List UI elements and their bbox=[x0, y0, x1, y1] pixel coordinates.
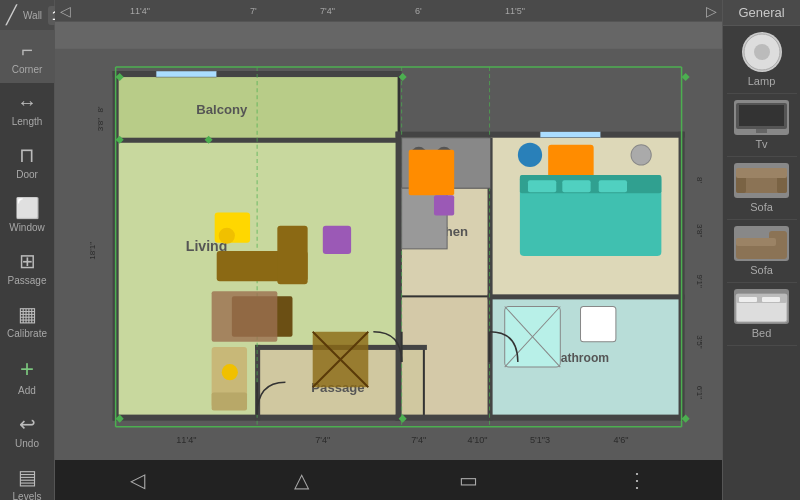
lamp-label: Lamp bbox=[748, 75, 776, 87]
svg-rect-15 bbox=[396, 415, 685, 421]
svg-rect-54 bbox=[562, 180, 590, 192]
tool-calibrate[interactable]: ▦ Calibrate bbox=[0, 294, 54, 347]
svg-rect-104 bbox=[739, 297, 757, 302]
svg-point-37 bbox=[222, 364, 238, 380]
furniture-sofa2[interactable]: Sofa bbox=[727, 220, 797, 283]
calibrate-label: Calibrate bbox=[7, 328, 47, 339]
sofa2-label: Sofa bbox=[750, 264, 773, 276]
floor-plan[interactable]: Balcony Living Kitchen Bedroom Passage B… bbox=[55, 22, 722, 500]
tv-preview bbox=[734, 100, 789, 135]
undo-icon: ↩ bbox=[19, 412, 36, 436]
wall-icon: ╱ bbox=[6, 4, 17, 26]
furniture-tv[interactable]: Tv bbox=[727, 94, 797, 157]
panel-header: General bbox=[723, 0, 800, 26]
corner-icon: ⌐ bbox=[21, 39, 33, 62]
tool-length[interactable]: ↔ Length bbox=[0, 83, 54, 135]
tv-label: Tv bbox=[755, 138, 767, 150]
home-button[interactable]: △ bbox=[274, 463, 329, 497]
svg-rect-98 bbox=[736, 168, 787, 178]
back-button[interactable]: ◁ bbox=[110, 463, 165, 497]
recent-button[interactable]: ▭ bbox=[439, 463, 498, 497]
dim-top-4: 6' bbox=[415, 6, 422, 16]
tool-door[interactable]: ⊓ Door bbox=[0, 135, 54, 188]
svg-point-91 bbox=[754, 44, 770, 60]
bottom-nav: ◁ △ ▭ ⋮ bbox=[55, 460, 722, 500]
length-label: Length bbox=[12, 116, 43, 127]
balcony-label: Balcony bbox=[196, 102, 248, 117]
arrow-right: ▷ bbox=[706, 3, 717, 19]
levels-label: Levels bbox=[13, 491, 42, 500]
dim-top-1: 11'4" bbox=[130, 6, 150, 16]
door-icon: ⊓ bbox=[19, 143, 35, 167]
svg-rect-93 bbox=[739, 105, 784, 126]
passage-label: Passage bbox=[8, 275, 47, 286]
dim-top-5: 11'5" bbox=[505, 6, 525, 16]
furniture-sofa1[interactable]: Sofa bbox=[727, 157, 797, 220]
svg-rect-53 bbox=[528, 180, 556, 192]
svg-text:9'1": 9'1" bbox=[695, 275, 704, 289]
svg-point-49 bbox=[518, 143, 542, 167]
dim-top-2: 7' bbox=[250, 6, 257, 16]
floor-plan-svg: Balcony Living Kitchen Bedroom Passage B… bbox=[55, 22, 722, 500]
svg-text:7'4": 7'4" bbox=[411, 435, 426, 445]
svg-rect-94 bbox=[756, 129, 767, 133]
window-label: Window bbox=[9, 222, 45, 233]
main-content: 11'4" 7' 7'4" 6' 11'5" ◁ ▷ bbox=[55, 0, 722, 500]
svg-point-56 bbox=[631, 145, 651, 165]
svg-rect-67 bbox=[540, 132, 601, 138]
furniture-bed[interactable]: Bed bbox=[727, 283, 797, 346]
svg-rect-59 bbox=[581, 306, 616, 341]
passage-icon: ⊞ bbox=[19, 249, 36, 273]
svg-rect-19 bbox=[488, 294, 685, 299]
svg-rect-16 bbox=[116, 138, 402, 143]
right-panel: General Lamp Tv bbox=[722, 0, 800, 500]
svg-text:4'10": 4'10" bbox=[467, 435, 487, 445]
sofa1-label: Sofa bbox=[750, 201, 773, 213]
svg-rect-101 bbox=[736, 238, 776, 246]
svg-text:5'1"3: 5'1"3 bbox=[530, 435, 550, 445]
tool-corner[interactable]: ⌐ Corner bbox=[0, 31, 54, 83]
tool-add[interactable]: + Add bbox=[0, 347, 54, 404]
svg-rect-33 bbox=[323, 226, 351, 254]
menu-button[interactable]: ⋮ bbox=[607, 463, 667, 497]
svg-rect-55 bbox=[599, 180, 627, 192]
window-icon: ⬜ bbox=[15, 196, 40, 220]
wall-label: Wall bbox=[23, 10, 42, 21]
undo-label: Undo bbox=[15, 438, 39, 449]
svg-rect-50 bbox=[548, 145, 593, 180]
svg-text:18'1": 18'1" bbox=[88, 242, 97, 260]
left-toolbar: ╱ Wall 18'1" ⌐ Corner ↔ Length ⊓ Door ⬜ … bbox=[0, 0, 55, 500]
svg-text:3'5": 3'5" bbox=[695, 335, 704, 349]
tool-levels[interactable]: ▤ Levels bbox=[0, 457, 54, 500]
add-label: Add bbox=[18, 385, 36, 396]
calibrate-icon: ▦ bbox=[18, 302, 37, 326]
svg-text:6'1": 6'1" bbox=[695, 386, 704, 400]
tool-passage[interactable]: ⊞ Passage bbox=[0, 241, 54, 294]
svg-rect-47 bbox=[409, 150, 454, 195]
svg-text:7'4": 7'4" bbox=[315, 435, 330, 445]
svg-rect-17 bbox=[397, 138, 402, 300]
svg-rect-36 bbox=[212, 392, 247, 410]
tool-window[interactable]: ⬜ Window bbox=[0, 188, 54, 241]
bed-preview bbox=[734, 289, 789, 324]
dim-top-3: 7'4" bbox=[320, 6, 335, 16]
add-icon: + bbox=[20, 355, 34, 383]
svg-text:3'8": 3'8" bbox=[97, 118, 106, 132]
svg-text:3'8": 3'8" bbox=[695, 224, 704, 238]
svg-rect-29 bbox=[277, 226, 307, 285]
top-ruler: 11'4" 7' 7'4" 6' 11'5" ◁ ▷ bbox=[55, 0, 722, 22]
svg-rect-66 bbox=[156, 71, 217, 77]
bed-label: Bed bbox=[752, 327, 772, 339]
furniture-lamp[interactable]: Lamp bbox=[727, 26, 797, 94]
svg-text:8': 8' bbox=[97, 106, 106, 112]
levels-icon: ▤ bbox=[18, 465, 37, 489]
svg-rect-32 bbox=[212, 291, 278, 342]
svg-text:8': 8' bbox=[695, 177, 704, 183]
arrow-left: ◁ bbox=[60, 3, 71, 19]
tool-undo[interactable]: ↩ Undo bbox=[0, 404, 54, 457]
toolbar-top: ╱ Wall 18'1" bbox=[0, 0, 54, 31]
svg-rect-105 bbox=[762, 297, 780, 302]
length-icon: ↔ bbox=[17, 91, 37, 114]
sofa1-preview bbox=[734, 163, 789, 198]
svg-rect-48 bbox=[434, 195, 454, 215]
